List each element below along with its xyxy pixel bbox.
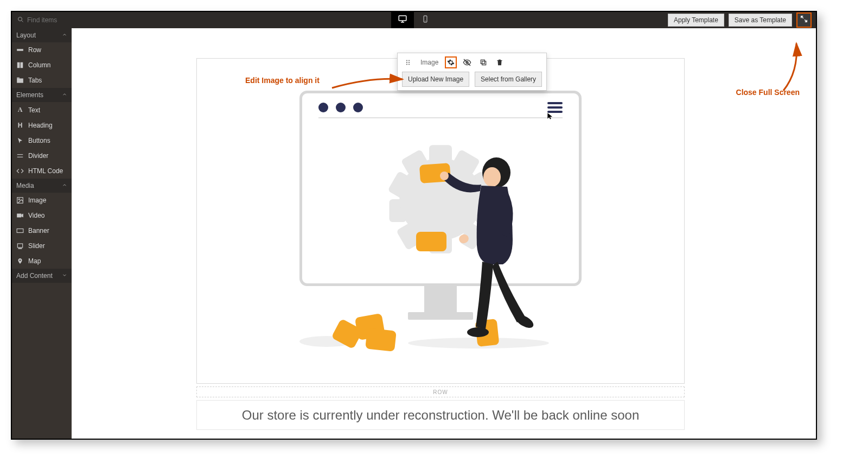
- illustration: [299, 91, 582, 351]
- sidebar-item-label: Heading: [28, 122, 53, 129]
- sidebar-item-label: Map: [28, 257, 41, 265]
- device-mobile-button[interactable]: [414, 12, 437, 28]
- text-block[interactable]: Our store is currently under reconstruct…: [196, 400, 685, 430]
- sidebar-item-label: Column: [28, 61, 50, 69]
- sidebar-item-label: Slider: [28, 242, 45, 250]
- svg-point-49: [440, 172, 449, 180]
- sidebar-item-label: Banner: [28, 227, 49, 234]
- svg-rect-34: [482, 61, 486, 65]
- sidebar-item-buttons[interactable]: Buttons: [12, 133, 72, 148]
- close-fullscreen-button[interactable]: [796, 12, 812, 28]
- svg-point-28: [406, 62, 407, 63]
- svg-rect-13: [17, 78, 20, 79]
- sidebar-item-column[interactable]: Column: [12, 58, 72, 73]
- svg-point-23: [20, 248, 20, 249]
- svg-rect-18: [17, 214, 21, 218]
- divider-icon: [16, 152, 24, 160]
- svg-rect-20: [17, 229, 23, 233]
- sidebar-group-layout[interactable]: Layout: [12, 28, 72, 42]
- collapse-icon: [800, 15, 808, 25]
- sidebar-item-text[interactable]: AText: [12, 102, 72, 118]
- row-placeholder[interactable]: ROW: [196, 386, 685, 397]
- canvas: Image Upload New Image Select from Galle…: [72, 28, 816, 439]
- svg-point-24: [21, 248, 22, 249]
- row-icon: [16, 46, 24, 54]
- sidebar-group-label: Add Content: [16, 272, 53, 280]
- select-from-gallery-button[interactable]: Select from Gallery: [475, 72, 542, 87]
- gear-icon[interactable]: [445, 56, 457, 68]
- sidebar-item-label: Tabs: [28, 77, 42, 84]
- image-content: [202, 64, 679, 378]
- tabs-icon: [16, 77, 24, 84]
- image-icon: [16, 197, 24, 204]
- text-icon: A: [16, 106, 24, 114]
- annotation-arrow-icon: [773, 39, 805, 93]
- svg-rect-9: [17, 49, 23, 51]
- heading-icon: H: [16, 122, 24, 129]
- svg-point-25: [20, 259, 21, 261]
- sidebar-item-image[interactable]: Image: [12, 193, 72, 208]
- sidebar-item-divider[interactable]: Divider: [12, 148, 72, 163]
- sidebar-item-label: Text: [28, 106, 40, 114]
- sidebar-item-slider[interactable]: Slider: [12, 238, 72, 253]
- svg-point-22: [18, 248, 19, 249]
- sidebar-group-label: Media: [16, 182, 34, 189]
- sidebar-item-htmlcode[interactable]: HTML Code: [12, 163, 72, 179]
- row-label: ROW: [433, 389, 448, 395]
- trash-icon[interactable]: [494, 56, 506, 68]
- svg-rect-12: [17, 79, 23, 83]
- annotation-close-fullscreen: Close Full Screen: [736, 88, 800, 97]
- top-actions: Apply Template Save as Template: [668, 12, 816, 28]
- sidebar-item-label: Video: [28, 212, 44, 219]
- page-text: Our store is currently under reconstruct…: [242, 408, 640, 423]
- chevron-up-icon: [62, 182, 67, 189]
- image-toolbar-buttons: Upload New Image Select from Gallery: [402, 72, 542, 87]
- svg-point-48: [483, 167, 501, 187]
- svg-rect-11: [21, 62, 23, 68]
- sidebar-group-label: Elements: [16, 91, 43, 99]
- svg-point-30: [406, 64, 407, 65]
- app-frame: Apply Template Save as Template Layout R…: [11, 11, 817, 440]
- sidebar-item-banner[interactable]: Banner: [12, 223, 72, 238]
- svg-point-17: [18, 199, 20, 200]
- svg-rect-21: [17, 244, 22, 248]
- drag-handle-icon[interactable]: [402, 56, 414, 68]
- upload-new-image-button[interactable]: Upload New Image: [402, 72, 469, 87]
- svg-marker-19: [21, 214, 23, 218]
- sidebar: Layout Row Column Tabs Elements AText HH…: [12, 28, 72, 439]
- video-icon: [16, 212, 24, 219]
- mobile-icon: [422, 14, 429, 26]
- sidebar-group-elements[interactable]: Elements: [12, 88, 72, 102]
- slider-icon: [16, 242, 24, 250]
- sidebar-item-heading[interactable]: HHeading: [12, 118, 72, 133]
- sidebar-item-row[interactable]: Row: [12, 42, 72, 58]
- sidebar-item-tabs[interactable]: Tabs: [12, 73, 72, 88]
- image-toolbar: Image Upload New Image Select from Galle…: [397, 53, 547, 91]
- device-desktop-button[interactable]: [391, 12, 414, 28]
- svg-point-31: [409, 64, 410, 65]
- sidebar-group-media[interactable]: Media: [12, 179, 72, 193]
- svg-rect-10: [17, 62, 20, 68]
- search-input[interactable]: [27, 16, 92, 24]
- annotation-edit-image: Edit Image to align it: [245, 76, 320, 85]
- image-toolbar-label: Image: [418, 59, 441, 66]
- sidebar-item-label: Row: [28, 46, 41, 54]
- column-icon: [16, 61, 24, 69]
- image-block[interactable]: [196, 58, 685, 384]
- sidebar-item-video[interactable]: Video: [12, 208, 72, 223]
- top-bar: Apply Template Save as Template: [12, 12, 816, 28]
- sidebar-item-map[interactable]: Map: [12, 253, 72, 269]
- chevron-down-icon: [62, 272, 67, 280]
- svg-point-51: [467, 327, 489, 337]
- hide-icon[interactable]: [461, 56, 473, 68]
- sidebar-group-addcontent[interactable]: Add Content: [12, 269, 72, 283]
- save-as-template-button[interactable]: Save as Template: [729, 14, 792, 27]
- duplicate-icon[interactable]: [477, 56, 489, 68]
- sidebar-item-label: Divider: [28, 152, 48, 160]
- apply-template-button[interactable]: Apply Template: [668, 14, 724, 27]
- image-toolbar-row: Image: [402, 56, 542, 68]
- svg-rect-2: [399, 16, 406, 21]
- svg-point-29: [409, 62, 410, 63]
- cursor-icon: [16, 137, 24, 144]
- chevron-up-icon: [62, 91, 67, 99]
